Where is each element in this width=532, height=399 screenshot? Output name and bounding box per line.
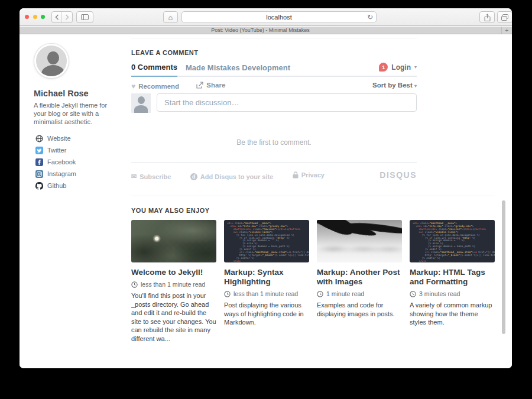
- post-excerpt: Post displaying the various ways of high…: [224, 301, 309, 327]
- github-icon: [35, 182, 43, 190]
- disqus-actions-row: ♥ Recommend Share Sort by Best ▾: [131, 82, 417, 90]
- post-title-link[interactable]: Markup: Another Post with Images: [317, 268, 402, 287]
- lock-icon: [293, 171, 299, 179]
- post-thumbnail-code-screenshot[interactable]: <div class="masthead __menu"> <nav id="s…: [410, 220, 495, 262]
- share-icon: [484, 14, 491, 21]
- share-label: Share: [206, 82, 225, 89]
- share-button[interactable]: [479, 11, 495, 23]
- sidebar-link-github[interactable]: Github: [35, 180, 76, 192]
- recommend-label: Recommend: [138, 83, 179, 90]
- author-avatar: [34, 44, 69, 78]
- privacy-link[interactable]: Privacy: [293, 171, 325, 179]
- guest-avatar: [131, 93, 151, 113]
- sidebar-link-facebook[interactable]: Facebook: [35, 156, 76, 168]
- login-label: Login: [391, 63, 411, 72]
- new-tab-button[interactable]: +: [501, 27, 512, 34]
- clock-icon: [410, 291, 416, 297]
- link-label: Instagram: [47, 170, 76, 177]
- privacy-label: Privacy: [301, 171, 325, 179]
- link-label: Twitter: [47, 147, 66, 154]
- branch-shape: [317, 220, 356, 238]
- tab-overview-button[interactable]: [497, 11, 512, 23]
- sidebar-link-website[interactable]: Website: [35, 132, 76, 144]
- chevron-right-icon: [65, 14, 69, 20]
- related-post-card: Markup: Another Post with Images 1 minut…: [317, 220, 402, 343]
- sidebar-link-instagram[interactable]: Instagram: [35, 168, 76, 180]
- page-scrollbar-thumb[interactable]: [502, 200, 505, 334]
- close-button[interactable]: [25, 15, 29, 19]
- share-arrow-icon: [196, 82, 203, 89]
- author-bio: A flexible Jekyll theme for your blog or…: [34, 101, 111, 126]
- related-post-card: Welcome to Jekyll! less than 1 minute re…: [131, 220, 216, 343]
- address-bar[interactable]: localhost ↻: [181, 11, 377, 23]
- subscribe-link[interactable]: ✉ Subscribe: [131, 173, 171, 180]
- reload-icon[interactable]: ↻: [367, 13, 373, 21]
- sort-label: Sort by Best: [372, 82, 413, 89]
- related-post-card: <div class="masthead __menu"> <nav id="s…: [224, 220, 309, 343]
- read-time: 1 minute read: [317, 290, 402, 297]
- read-time: less than 1 minute read: [224, 290, 309, 297]
- clock-icon: [317, 291, 323, 297]
- disqus-logo[interactable]: DISQUS: [379, 170, 417, 180]
- chevron-down-icon: ▾: [414, 64, 417, 70]
- post-divider: [131, 38, 417, 38]
- chevron-down-icon: ▾: [414, 83, 417, 89]
- read-time: 3 minutes read: [410, 290, 495, 297]
- clock-icon: [224, 291, 231, 297]
- add-disqus-link[interactable]: d Add Disqus to your site: [190, 173, 273, 180]
- instagram-icon: [35, 170, 43, 178]
- comment-input[interactable]: [157, 93, 417, 112]
- active-tab[interactable]: Post: Video (YouTube) - Minimal Mistakes: [20, 27, 501, 34]
- read-time-label: 1 minute read: [326, 290, 364, 297]
- post-excerpt: You'll find this post in your _posts dir…: [131, 291, 216, 343]
- avatar-silhouette: [47, 51, 59, 64]
- back-button[interactable]: [52, 12, 62, 22]
- post-title-link[interactable]: Markup: Syntax Highlighting: [224, 268, 309, 287]
- share-comments-button[interactable]: Share: [196, 82, 225, 89]
- related-post-card: <div class="masthead __menu"> <nav id="s…: [410, 220, 495, 343]
- clock-icon: [131, 281, 138, 288]
- sidebar-toggle-button[interactable]: [76, 11, 93, 23]
- page-content: Michael Rose A flexible Jekyll theme for…: [20, 34, 512, 368]
- post-thumbnail-moss-photo[interactable]: [131, 220, 216, 262]
- read-time-label: 3 minutes read: [419, 290, 460, 297]
- minimize-button[interactable]: [33, 15, 37, 19]
- empty-state-message: Be the first to comment.: [131, 138, 417, 147]
- add-disqus-label: Add Disqus to your site: [200, 173, 273, 180]
- login-badge: 1: [379, 63, 388, 72]
- link-label: Github: [47, 182, 66, 189]
- post-thumbnail-code-screenshot[interactable]: <div class="masthead __menu"> <nav id="s…: [224, 220, 309, 262]
- chevron-left-icon: [55, 14, 59, 20]
- browser-toolbar: ⌂ localhost ↻: [20, 8, 512, 26]
- read-time-label: less than 1 minute read: [233, 290, 298, 297]
- read-time-label: less than 1 minute read: [141, 281, 205, 288]
- sidebar-icon: [81, 14, 89, 20]
- tab-community[interactable]: Made Mistakes Development: [186, 63, 290, 72]
- author-name: Michael Rose: [34, 89, 89, 98]
- forward-button[interactable]: [62, 12, 72, 22]
- related-heading: YOU MAY ALSO ENJOY: [131, 207, 210, 214]
- post-thumbnail-fog-photo[interactable]: [317, 220, 402, 262]
- login-control[interactable]: 1 Login ▾: [379, 63, 417, 72]
- tab-comments-count[interactable]: 0 Comments: [131, 63, 177, 77]
- zoom-button[interactable]: [41, 15, 45, 19]
- disqus-footer-divider: [131, 162, 417, 163]
- tabs-icon: [501, 14, 508, 21]
- recommend-button[interactable]: ♥ Recommend: [131, 82, 179, 90]
- sidebar-link-twitter[interactable]: Twitter: [35, 144, 76, 156]
- home-button[interactable]: ⌂: [163, 11, 178, 23]
- tab-bar: Post: Video (YouTube) - Minimal Mistakes…: [20, 27, 512, 34]
- author-links: Website Twitter Facebook Instagram Githu…: [35, 132, 76, 192]
- link-label: Website: [47, 135, 71, 142]
- post-title-link[interactable]: Welcome to Jekyll!: [131, 268, 216, 277]
- comments-heading: LEAVE A COMMENT: [131, 49, 198, 56]
- envelope-icon: ✉: [131, 173, 137, 180]
- disqus-d-icon: d: [190, 173, 197, 180]
- post-title-link[interactable]: Markup: HTML Tags and Formatting: [410, 268, 495, 287]
- related-posts-grid: Welcome to Jekyll! less than 1 minute re…: [131, 220, 498, 343]
- safari-window: ⌂ localhost ↻ Post: Video (YouTube) - Mi…: [20, 8, 512, 368]
- sort-by-best-dropdown[interactable]: Sort by Best ▾: [372, 82, 417, 89]
- tab-title: Post: Video (YouTube) - Minimal Mistakes: [211, 27, 310, 33]
- post-excerpt: A variety of common markup showing how t…: [410, 301, 495, 327]
- heart-icon: ♥: [131, 82, 135, 90]
